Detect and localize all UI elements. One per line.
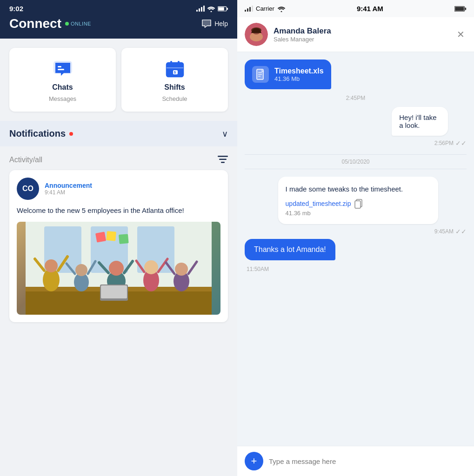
svg-rect-2 (218, 7, 224, 10)
battery-icon-right (454, 6, 467, 12)
chat-header: Amanda Balera Sales Manager ✕ (237, 17, 474, 52)
right-status-bar: Carrier 9:41 AM (237, 0, 474, 17)
svg-rect-47 (119, 234, 129, 244)
shifts-title: Shifts (164, 83, 185, 92)
svg-rect-9 (170, 61, 172, 65)
right-time: 9:41 AM (357, 5, 383, 13)
received-message: Hey! i'll take a look. (392, 107, 448, 136)
chevron-down-icon[interactable]: ∨ (222, 129, 228, 139)
shifts-card[interactable]: $ Shifts Schedule (121, 48, 228, 112)
svg-point-48 (280, 11, 282, 12)
chats-card[interactable]: Chats Messages (9, 48, 116, 112)
svg-text:$: $ (174, 70, 176, 74)
status-icons-left (196, 6, 228, 12)
thanks-message: Thanks a lot Amanda! (245, 239, 335, 260)
close-button[interactable]: ✕ (455, 27, 467, 42)
online-dot (65, 22, 69, 26)
quick-actions: Chats Messages $ Shifts Schedule (0, 39, 237, 121)
announcement-text: Welcome to the new 5 employees in the At… (17, 205, 220, 215)
chat-messages[interactable]: Timesheet.xls 41.36 Mb 2:45PM Hey! i'll … (237, 52, 474, 446)
activity-section: Activity/all CO Announcement 9:41 AM Wel… (0, 146, 237, 476)
notification-dot (69, 132, 73, 136)
svg-rect-5 (58, 66, 61, 67)
status-bar-left: 9:02 (9, 0, 228, 16)
svg-rect-3 (227, 7, 228, 10)
svg-point-38 (144, 260, 158, 274)
svg-rect-45 (95, 232, 106, 243)
activity-header: Activity/all (9, 146, 228, 170)
received-text: Hey! i'll take a look. (399, 113, 436, 129)
svg-rect-6 (58, 69, 64, 70)
announcement-time: 9:41 AM (45, 189, 92, 196)
sent-file-size: 41.36 Mb (274, 75, 324, 82)
received-file-size: 41.36 mb (286, 210, 431, 217)
online-label: ONLINE (71, 21, 91, 26)
thanks-message-wrapper: Thanks a lot Amanda! (245, 239, 335, 260)
received-read-ticks: ✓✓ (455, 228, 467, 235)
activity-card: CO Announcement 9:41 AM Welcome to the n… (9, 170, 228, 322)
received-file-text: I made some tweaks to the timesheet. (286, 184, 431, 194)
avatar-text: CO (22, 185, 33, 193)
chats-subtitle: Messages (49, 95, 76, 102)
plus-icon: + (251, 455, 257, 467)
chats-title: Chats (52, 83, 73, 92)
contact-info: Amanda Balera Sales Manager (274, 26, 449, 43)
svg-rect-14 (218, 156, 228, 157)
online-badge: ONLINE (65, 21, 91, 26)
svg-point-32 (109, 261, 124, 276)
file-info: Timesheet.xls 41.36 Mb (274, 67, 324, 82)
chat-input-area: + (237, 446, 474, 476)
file-link-row: updated_timesheet.zip (286, 198, 431, 209)
file-link-name: updated_timesheet.zip (286, 200, 351, 207)
svg-rect-15 (219, 159, 227, 160)
message-input[interactable] (269, 457, 467, 465)
signal-bars-right (245, 6, 253, 12)
header-bottom: Connect ONLINE Help (9, 16, 228, 31)
svg-rect-62 (355, 201, 361, 208)
svg-point-42 (175, 263, 188, 276)
thanks-text: Thanks a lot Amanda! (254, 245, 326, 253)
help-label: Help (214, 20, 228, 27)
svg-rect-36 (101, 285, 127, 298)
date-divider: 05/10/2020 (245, 154, 467, 169)
svg-rect-51 (465, 7, 467, 10)
svg-point-28 (75, 264, 87, 276)
shifts-subtitle: Schedule (162, 95, 187, 102)
file-icon-box (252, 66, 269, 83)
notifications-label: Notifications (9, 128, 66, 139)
contact-avatar (245, 23, 268, 46)
thanks-timestamp: 11:50AM (245, 266, 467, 272)
svg-point-0 (211, 11, 212, 12)
help-button[interactable]: Help (201, 19, 228, 28)
contact-role: Sales Manager (274, 36, 449, 43)
notifications-title: Notifications (9, 128, 73, 139)
contact-name: Amanda Balera (274, 26, 449, 36)
svg-rect-11 (167, 67, 183, 68)
announcement-meta: Announcement 9:41 AM (45, 182, 92, 196)
shifts-icon: $ (164, 59, 186, 79)
app-title: Connect ONLINE (9, 16, 91, 31)
right-panel: Carrier 9:41 AM Aman (237, 0, 474, 476)
svg-point-24 (45, 259, 58, 272)
svg-rect-46 (106, 231, 116, 241)
filter-icon[interactable] (218, 155, 228, 164)
sent-file-message: Timesheet.xls 41.36 Mb (245, 60, 331, 89)
file-message-content: Timesheet.xls 41.36 Mb (252, 66, 324, 83)
message-icon (201, 19, 212, 28)
attach-button[interactable]: + (245, 452, 263, 470)
activity-label: Activity (9, 156, 33, 164)
carrier-wifi: Carrier (245, 5, 286, 12)
received-message-wrapper: Hey! i'll take a look. (392, 107, 467, 136)
received-file-message: I made some tweaks to the timesheet. upd… (278, 177, 439, 224)
notifications-section: Notifications ∨ (0, 121, 237, 146)
office-image (17, 222, 220, 315)
battery-icon-left (218, 6, 228, 12)
wifi-icon-right (277, 6, 286, 12)
wifi-icon-left (207, 6, 215, 12)
chats-icon (52, 59, 74, 79)
received-file-timestamp: 9:45AM (434, 228, 454, 235)
svg-rect-10 (178, 61, 180, 65)
left-time: 9:02 (9, 5, 23, 13)
left-panel: 9:02 (0, 0, 237, 476)
co-avatar: CO (17, 178, 39, 200)
